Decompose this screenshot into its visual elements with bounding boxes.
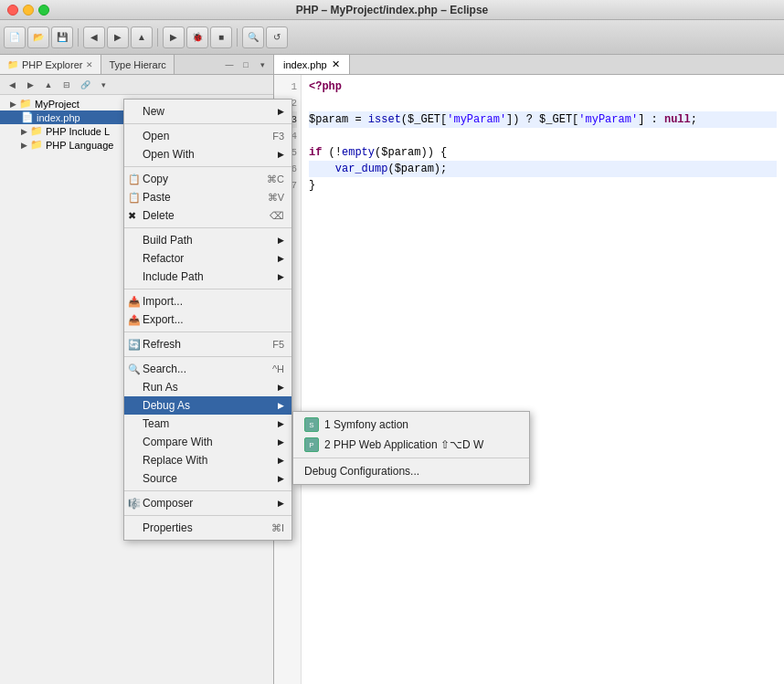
toolbar-btn-open[interactable]: 📂: [27, 26, 49, 48]
menu-arrow-run-as: ▶: [278, 383, 284, 392]
menu-label-import: Import...: [143, 295, 183, 308]
menu-label-team: Team: [143, 417, 169, 430]
code-content[interactable]: <?php $param = isset($_GET['myParam']) ?…: [302, 75, 784, 684]
menu-item-include-path[interactable]: Include Path ▶: [124, 268, 291, 286]
search-menu-icon: 🔍: [128, 363, 141, 375]
menu-item-open[interactable]: Open F3: [124, 127, 291, 145]
toolbar: 📄 📂 💾 ◀ ▶ ▲ ▶ 🐞 ■ 🔍 ↺: [0, 20, 784, 55]
tab-type-hierarchy[interactable]: Type Hierarc: [101, 55, 174, 74]
tree-up-button[interactable]: ▲: [40, 77, 57, 93]
menu-label-run-as: Run As: [143, 381, 178, 394]
menu-shortcut-search: ^H: [272, 363, 284, 374]
toolbar-btn-run[interactable]: ▶: [163, 26, 185, 48]
toolbar-btn-save[interactable]: 💾: [51, 26, 73, 48]
php-explorer-label: PHP Explorer: [22, 59, 82, 70]
tree-link-button[interactable]: 🔗: [77, 77, 93, 93]
main-layout: 📁 PHP Explorer ✕ Type Hierarc — □ ▾ ◀ ▶ …: [0, 55, 784, 684]
tree-back-button[interactable]: ◀: [4, 77, 20, 93]
composer-icon: 🎼: [128, 498, 141, 510]
editor-content[interactable]: 1 2 3 4 5 6 7 <?php $param = isset($_GET…: [274, 75, 784, 684]
php-explorer-close[interactable]: ✕: [86, 60, 93, 69]
menu-item-import[interactable]: 📥 Import...: [124, 292, 291, 310]
menu-item-composer[interactable]: 🎼 Composer ▶: [124, 494, 291, 512]
folder-icon-include: 📁: [30, 125, 43, 137]
menu-item-paste[interactable]: 📋 Paste ⌘V: [124, 188, 291, 206]
menu-item-open-with[interactable]: Open With ▶: [124, 145, 291, 163]
menu-arrow-open-with: ▶: [278, 150, 284, 159]
submenu-item-symfony[interactable]: S 1 Symfony action: [293, 415, 529, 435]
submenu-item-php-web[interactable]: P 2 PHP Web Application ⇧⌥D W: [293, 435, 529, 455]
submenu-label-symfony: 1 Symfony action: [324, 418, 408, 431]
toolbar-btn-refresh[interactable]: ↺: [266, 26, 288, 48]
window-buttons: [7, 5, 49, 16]
menu-label-replace-with: Replace With: [143, 454, 207, 467]
menu-arrow-source: ▶: [278, 474, 284, 483]
copy-icon: 📋: [128, 174, 141, 185]
code-line-2: [309, 95, 777, 111]
menu-item-debug-as[interactable]: Debug As ▶: [124, 396, 291, 415]
editor-tab-indexphp[interactable]: index.php ✕: [274, 55, 350, 74]
menu-label-include-path: Include Path: [143, 270, 204, 283]
line-num-1: 1: [274, 79, 297, 95]
menu-shortcut-refresh: F5: [272, 339, 284, 350]
tree-arrow-include: ▶: [21, 127, 27, 136]
menu-arrow-new: ▶: [278, 107, 284, 116]
tree-label-include: PHP Include L: [46, 126, 110, 137]
export-icon: 📤: [128, 314, 141, 326]
toolbar-btn-stop[interactable]: ■: [210, 26, 232, 48]
menu-label-composer: Composer: [143, 497, 193, 510]
toolbar-btn-search[interactable]: 🔍: [242, 26, 264, 48]
tree-label-myproject: MyProject: [35, 99, 79, 110]
menu-item-refresh[interactable]: 🔄 Refresh F5: [124, 335, 291, 353]
menu-label-new: New: [143, 105, 164, 118]
menu-item-copy[interactable]: 📋 Copy ⌘C: [124, 170, 291, 188]
menu-item-source[interactable]: Source ▶: [124, 469, 291, 488]
menu-item-compare-with[interactable]: Compare With ▶: [124, 433, 291, 451]
menu-item-new[interactable]: New ▶: [124, 102, 291, 121]
menu-shortcut-delete: ⌫: [270, 210, 284, 222]
minimize-button[interactable]: [23, 5, 34, 16]
menu-item-run-as[interactable]: Run As ▶: [124, 378, 291, 396]
menu-item-build-path[interactable]: Build Path ▶: [124, 231, 291, 249]
toolbar-btn-back[interactable]: ◀: [83, 26, 105, 48]
close-button[interactable]: [7, 5, 18, 16]
menu-item-search[interactable]: 🔍 Search... ^H: [124, 360, 291, 378]
tree-collapse-button[interactable]: ⊟: [58, 77, 75, 93]
view-menu-button[interactable]: ▾: [255, 58, 270, 72]
tab-php-explorer[interactable]: 📁 PHP Explorer ✕: [0, 55, 101, 74]
minimize-panel-button[interactable]: —: [222, 58, 237, 72]
editor-tab-close[interactable]: ✕: [332, 58, 340, 70]
menu-item-export[interactable]: 📤 Export...: [124, 310, 291, 329]
toolbar-btn-forward[interactable]: ▶: [107, 26, 129, 48]
tree-forward-button[interactable]: ▶: [22, 77, 38, 93]
paste-icon: 📋: [128, 192, 141, 204]
title-bar: PHP – MyProject/index.php – Eclipse: [0, 0, 784, 20]
tree-label-language: PHP Language: [46, 140, 113, 151]
menu-item-team[interactable]: Team ▶: [124, 415, 291, 433]
code-line-6: var_dump($param);: [309, 161, 777, 177]
context-menu: New ▶ Open F3 Open With ▶ 📋 Copy ⌘C 📋 Pa…: [123, 99, 292, 541]
menu-sep-5: [124, 331, 291, 332]
menu-label-search: Search...: [143, 363, 186, 375]
menu-item-replace-with[interactable]: Replace With ▶: [124, 451, 291, 469]
delete-icon: ✖: [128, 210, 136, 222]
tree-arrow-myproject: ▶: [10, 100, 16, 109]
tree-menu-button[interactable]: ▾: [95, 77, 111, 93]
code-line-4: [309, 128, 777, 144]
menu-label-compare-with: Compare With: [143, 436, 213, 448]
submenu-item-debug-configs[interactable]: Debug Configurations...: [293, 461, 529, 481]
menu-shortcut-open: F3: [272, 131, 284, 142]
menu-item-properties[interactable]: Properties ⌘I: [124, 519, 291, 537]
menu-item-delete[interactable]: ✖ Delete ⌫: [124, 206, 291, 225]
maximize-button[interactable]: [38, 5, 49, 16]
menu-item-refactor[interactable]: Refactor ▶: [124, 249, 291, 268]
tree-label-indexphp: index.php: [37, 112, 80, 123]
maximize-panel-button[interactable]: □: [238, 58, 253, 72]
php-explorer-icon: 📁: [7, 59, 18, 69]
toolbar-btn-debug[interactable]: 🐞: [186, 26, 208, 48]
menu-arrow-compare-with: ▶: [278, 437, 284, 447]
import-icon: 📥: [128, 296, 141, 308]
toolbar-btn-new[interactable]: 📄: [4, 26, 26, 48]
toolbar-btn-up[interactable]: ▲: [131, 26, 153, 48]
type-hierarchy-label: Type Hierarc: [109, 59, 165, 70]
